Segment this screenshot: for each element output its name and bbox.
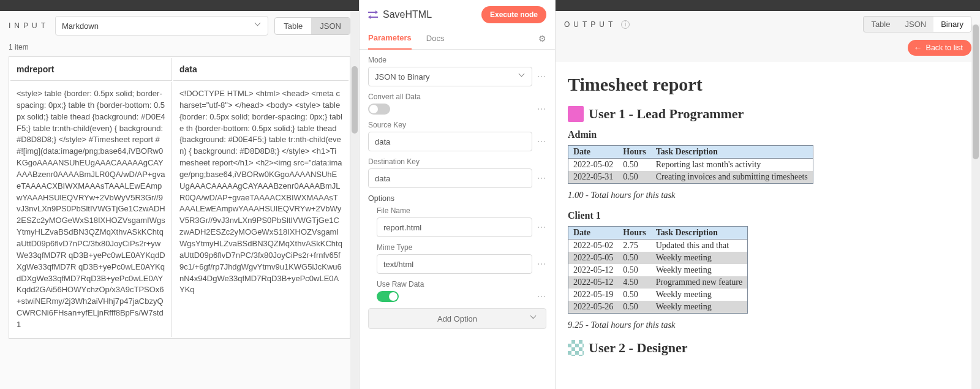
filename-label: File Name: [377, 206, 546, 215]
mode-select[interactable]: JSON to Binary: [368, 67, 532, 86]
tab-parameters[interactable]: Parameters: [368, 28, 412, 50]
input-data-table: mdreport data <style> table {border: 0.5…: [9, 56, 350, 339]
client1-table: Date Hours Task Description 2022-05-022.…: [568, 226, 748, 314]
output-scrollbar[interactable]: [971, 25, 980, 389]
report-title: Timesheet report: [568, 74, 968, 95]
node-title: SaveHTML: [383, 9, 432, 20]
table-row: 2022-05-120.50Weekly meeting: [568, 264, 748, 276]
destkey-label: Destination Key: [368, 157, 546, 166]
input-label: INPUT: [9, 21, 49, 30]
mimetype-input[interactable]: text/html: [377, 254, 532, 274]
table-row: 2022-05-31 0.50 Creating invoices and su…: [568, 171, 813, 184]
add-option-button[interactable]: Add Option: [368, 308, 546, 329]
chevron-down-icon: [519, 74, 526, 80]
input-view-table[interactable]: Table: [275, 18, 311, 34]
admin-total: 1.00 - Total hours for this task: [568, 190, 968, 200]
output-view-table[interactable]: Table: [864, 17, 897, 32]
table-row: 2022-05-190.50Weekly meeting: [568, 289, 748, 301]
convertall-label: Convert all Data: [368, 93, 546, 101]
scrollbar-thumb[interactable]: [352, 66, 358, 134]
field-menu-icon[interactable]: ⋯: [537, 222, 546, 232]
cell-mdreport[interactable]: <style> table {border: 0.5px solid; bord…: [10, 82, 172, 337]
back-to-list-button[interactable]: Back to list: [908, 40, 971, 56]
field-menu-icon[interactable]: ⋯: [537, 137, 546, 146]
input-format-dropdown[interactable]: Markdown: [55, 16, 268, 36]
useraw-toggle[interactable]: [377, 291, 399, 302]
col-mdreport[interactable]: mdreport: [10, 58, 172, 81]
mimetype-label: Mime Type: [377, 243, 546, 252]
sourcekey-input[interactable]: data: [368, 132, 532, 151]
options-section-label: Options: [368, 194, 546, 203]
useraw-label: Use Raw Data: [377, 280, 546, 289]
gear-icon[interactable]: ⚙: [538, 34, 546, 43]
section-admin: Admin: [568, 129, 968, 140]
input-item-count: 1 item: [0, 40, 359, 56]
swap-icon: [368, 10, 378, 19]
table-row: 2022-05-050.50Weekly meeting: [568, 252, 748, 264]
admin-table: Date Hours Task Description 2022-05-02 0…: [568, 145, 813, 184]
scrollbar-thumb[interactable]: [973, 25, 979, 159]
input-view-json[interactable]: JSON: [311, 18, 350, 34]
input-view-toggle: Table JSON: [274, 17, 350, 35]
tab-docs[interactable]: Docs: [426, 29, 445, 49]
execute-node-button[interactable]: Execute node: [481, 6, 546, 23]
node-settings-pane: SaveHTML Execute node Parameters Docs ⚙ …: [360, 0, 556, 389]
table-row: 2022-05-022.75Updated this and that: [568, 240, 748, 252]
window-titlebar: [0, 0, 359, 11]
field-menu-icon[interactable]: ⋯: [537, 173, 546, 183]
user1-heading: User 1 - Lead Programmer: [568, 106, 968, 122]
table-row: <style> table {border: 0.5px solid; bord…: [10, 82, 349, 337]
output-view-toggle: Table JSON Binary: [863, 16, 971, 32]
output-view-binary[interactable]: Binary: [933, 17, 971, 32]
avatar-icon: [568, 340, 584, 356]
col-data[interactable]: data: [173, 58, 349, 81]
field-menu-icon[interactable]: ⋯: [537, 259, 546, 269]
input-format-value: Markdown: [62, 21, 99, 31]
info-icon[interactable]: i: [621, 20, 630, 29]
binary-preview: Timesheet report User 1 - Lead Programme…: [556, 62, 980, 389]
user2-heading: User 2 - Designer: [568, 340, 968, 356]
output-label: OUTPUT: [564, 20, 616, 29]
table-row: 2022-05-260.50Weekly meeting: [568, 301, 748, 314]
chevron-down-icon: [531, 315, 537, 322]
convertall-toggle[interactable]: [368, 104, 390, 115]
client1-total: 9.25 - Total hours for this task: [568, 320, 968, 330]
chevron-down-icon: [255, 23, 262, 29]
field-menu-icon[interactable]: ⋯: [537, 292, 546, 301]
filename-input[interactable]: report.html: [377, 217, 532, 237]
mode-value: JSON to Binary: [375, 72, 430, 81]
cell-data[interactable]: <!DOCTYPE HTML> <html> <head> <meta char…: [173, 82, 349, 337]
input-pane: INPUT Markdown Table JSON 1 item mdrepor…: [0, 0, 360, 389]
section-client1: Client 1: [568, 210, 968, 221]
field-menu-icon[interactable]: ⋯: [537, 72, 546, 81]
mode-label: Mode: [368, 56, 546, 64]
output-pane: OUTPUT i Table JSON Binary Back to list …: [556, 0, 980, 389]
field-menu-icon[interactable]: ⋯: [537, 104, 546, 114]
sourcekey-label: Source Key: [368, 121, 546, 129]
avatar-icon: [568, 106, 584, 122]
destkey-input[interactable]: data: [368, 168, 532, 188]
input-scrollbar[interactable]: [350, 11, 359, 389]
table-row: 2022-05-02 0.50 Reporting last month's a…: [568, 159, 813, 172]
table-row: 2022-05-124.50Programmed new feature: [568, 276, 748, 289]
output-view-json[interactable]: JSON: [897, 17, 933, 32]
window-titlebar: [556, 0, 980, 11]
